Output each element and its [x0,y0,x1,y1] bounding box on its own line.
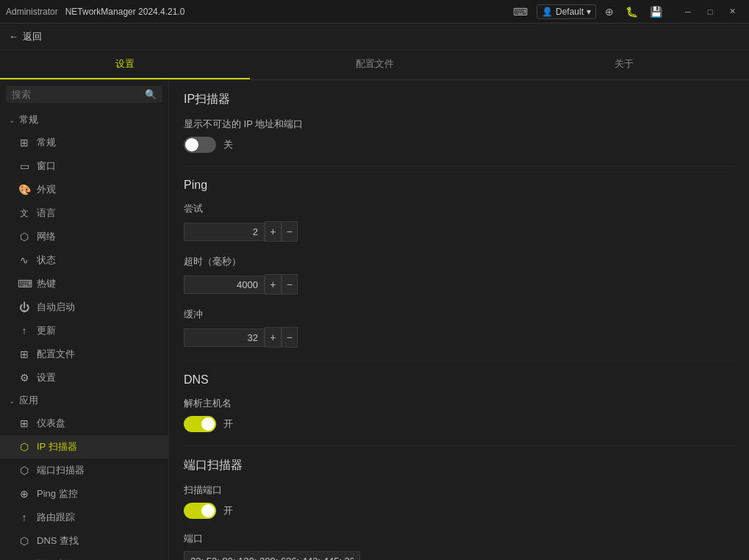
sidebar-item-window[interactable]: ▭ 窗口 [0,154,168,178]
attempts-decrement-button[interactable]: − [282,221,298,242]
palette-icon: 🎨 [18,184,31,195]
sidebar-item-update[interactable]: ↑ 更新 [0,319,168,342]
app-name: Administrator [6,7,58,17]
sidebar-item-language[interactable]: 文 语言 [0,201,168,225]
buffer-label: 缓冲 [184,308,734,321]
ip-scanner-icon: ⬡ [18,441,31,453]
resolve-hostname-group: 解析主机名 开 [184,397,734,432]
content-area: IP扫描器 显示不可达的 IP 地址和端口 关 Ping 尝试 + − 超时（毫… [169,80,749,560]
network-icon: ⬡ [18,231,31,243]
attempts-input[interactable] [184,223,265,241]
power-icon: ⏻ [18,301,31,313]
back-button[interactable]: ← 返回 [9,30,42,43]
sidebar-item-window-label: 窗口 [37,159,56,173]
sidebar-item-hotkeys-label: 热键 [37,277,56,290]
show-unreachable-value: 关 [223,138,233,151]
titlebar: Administrator NETworkManager 2024.4.21.0… [0,0,749,24]
resolve-hostname-value: 开 [223,417,233,431]
buffer-input[interactable] [184,329,265,347]
sidebar-section-apps-label: 应用 [19,394,38,407]
resolve-hostname-toggle[interactable] [184,416,216,432]
back-arrow-icon: ← [9,31,18,42]
sidebar-item-ping-label: Ping 监控 [37,487,78,500]
sidebar-item-update-label: 更新 [37,324,56,337]
sidebar-item-network[interactable]: ⬡ 网络 [0,225,168,248]
sidebar-item-dashboard[interactable]: ⊞ 仪表盘 [0,412,168,435]
sidebar-item-port-scanner[interactable]: ⬡ 端口扫描器 [0,459,168,482]
sidebar-item-settings-item[interactable]: ⚙ 设置 [0,366,168,390]
titlebar-right: ⌨ 👤 Default ▾ ⊕ 🐛 💾 ─ □ ✕ [510,4,743,20]
show-unreachable-toggle[interactable] [184,137,216,153]
sidebar-item-ip-scanner[interactable]: ⬡ IP 扫描器 [0,435,168,459]
sidebar-item-general[interactable]: ⊞ 常规 [0,131,168,154]
bug-icon[interactable]: 🐛 [623,4,641,19]
dns-title: DNS [184,373,734,387]
sidebar-section-apps[interactable]: ⌄ 应用 [0,390,168,412]
sidebar-item-ping-monitor[interactable]: ⊕ Ping 监控 [0,482,168,506]
search-box[interactable]: 🔍 [6,86,162,103]
terminal-icon[interactable]: ⌨ [510,4,531,19]
tabs: 设置 配置文件 关于 [0,50,749,80]
buffer-decrement-button[interactable]: − [282,327,298,348]
scan-ports-toggle-row: 开 [184,503,734,519]
sidebar: 🔍 ⌄ 常规 ⊞ 常规 ▭ 窗口 🎨 外观 文 语言 [0,80,169,560]
dashboard-icon: ⊞ [18,417,31,429]
back-label: 返回 [23,30,42,43]
tab-about[interactable]: 关于 [499,50,749,79]
scan-ports-value: 开 [223,504,233,517]
sidebar-item-profile-file[interactable]: ⊞ 配置文件 [0,342,168,366]
attempts-label: 尝试 [184,202,734,215]
show-unreachable-toggle-row: 关 [184,137,734,153]
profile-icon: ⊞ [18,348,31,360]
show-unreachable-group: 显示不可达的 IP 地址和端口 关 [184,118,734,153]
timeout-group: 超时（毫秒） + − [184,255,734,295]
show-unreachable-label: 显示不可达的 IP 地址和端口 [184,118,734,131]
dns-icon: ⬡ [18,535,31,547]
user-label: Default [556,7,584,17]
timeout-decrement-button[interactable]: − [282,274,298,295]
minimize-button[interactable]: ─ [677,4,699,20]
sidebar-general-items: ⊞ 常规 ▭ 窗口 🎨 外观 文 语言 ⬡ 网络 ∿ 状态 [0,131,168,390]
user-menu[interactable]: 👤 Default ▾ [537,4,596,19]
search-input[interactable] [12,89,140,100]
sidebar-item-remote-desktop[interactable]: ▭ 远程桌面 [0,553,168,560]
port-scanner-title: 端口扫描器 [184,458,734,473]
tab-profile[interactable]: 配置文件 [250,50,500,79]
toggle-knob-ports [201,504,215,517]
resolve-hostname-toggle-row: 开 [184,416,734,432]
tab-settings[interactable]: 设置 [0,50,250,79]
close-button[interactable]: ✕ [721,4,743,20]
chevron-general-icon: ⌄ [9,116,15,124]
ping-icon: ⊕ [18,488,31,500]
timeout-input[interactable] [184,276,265,294]
save-icon[interactable]: 💾 [647,4,665,19]
sidebar-section-general[interactable]: ⌄ 常规 [0,109,168,131]
user-dropdown-icon: ▾ [587,7,591,17]
window-controls: ─ □ ✕ [677,4,743,20]
window-icon: ▭ [18,160,31,172]
sidebar-item-appearance-label: 外观 [37,183,56,196]
sidebar-item-dns-lookup[interactable]: ⬡ DNS 查找 [0,529,168,553]
sidebar-item-route-trace[interactable]: ↑ 路由跟踪 [0,506,168,529]
gear-icon: ⚙ [18,372,31,384]
buffer-increment-button[interactable]: + [265,327,282,348]
sidebar-item-profile-file-label: 配置文件 [37,348,75,361]
maximize-button[interactable]: □ [699,4,721,20]
resolve-hostname-label: 解析主机名 [184,397,734,410]
timeout-increment-button[interactable]: + [265,274,282,295]
github-icon[interactable]: ⊕ [602,4,617,19]
ports-input[interactable] [184,551,360,560]
toggle-knob [185,138,198,151]
route-icon: ↑ [18,511,31,523]
ports-label: 端口 [184,532,734,545]
sidebar-item-appearance[interactable]: 🎨 外观 [0,178,168,201]
sidebar-item-hotkeys[interactable]: ⌨ 热键 [0,272,168,295]
attempts-increment-button[interactable]: + [265,221,282,242]
sidebar-item-language-label: 语言 [37,207,56,220]
toggle-knob-dns [201,417,215,431]
attempts-group: 尝试 + − [184,202,734,242]
sidebar-item-autostart[interactable]: ⏻ 自动启动 [0,295,168,319]
scan-ports-toggle[interactable] [184,503,216,519]
sidebar-item-autostart-label: 自动启动 [37,301,75,314]
sidebar-item-status[interactable]: ∿ 状态 [0,248,168,272]
